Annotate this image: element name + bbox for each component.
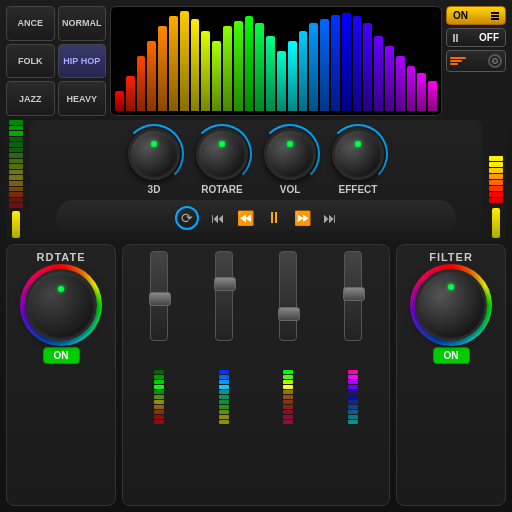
meter-segment bbox=[283, 370, 293, 374]
eq-lines-icon bbox=[450, 57, 466, 65]
level-meter-left bbox=[6, 120, 26, 240]
slider-thumb-1[interactable] bbox=[214, 277, 236, 291]
channel-meter-1 bbox=[219, 344, 229, 424]
app-container: ANCE NORMAL FOLK HIP HOP JAZZ HEAVY ON bbox=[0, 0, 512, 512]
knob-rotare[interactable] bbox=[196, 128, 248, 180]
level-segment-right bbox=[489, 156, 503, 161]
level-segment-left bbox=[9, 175, 23, 180]
meter-segment bbox=[219, 380, 229, 384]
meter-segment bbox=[283, 410, 293, 414]
slider-track-3 bbox=[344, 251, 362, 341]
meter-segment bbox=[283, 415, 293, 419]
filter-knob[interactable] bbox=[415, 269, 487, 341]
filter-title: FILTER bbox=[429, 251, 473, 263]
level-yellow-bar-right bbox=[492, 208, 500, 238]
eq-bar bbox=[407, 66, 416, 111]
eq-bar bbox=[374, 36, 383, 111]
meter-segment bbox=[154, 420, 164, 424]
eq-bar bbox=[255, 23, 264, 111]
eq-bar bbox=[396, 56, 405, 111]
meter-segment bbox=[219, 410, 229, 414]
level-segment-left bbox=[9, 164, 23, 169]
meter-segment bbox=[283, 400, 293, 404]
transport-next[interactable]: ⏩ bbox=[294, 210, 311, 226]
meter-segment bbox=[348, 395, 358, 399]
meter-segment bbox=[154, 380, 164, 384]
level-yellow-bar-left bbox=[12, 211, 20, 238]
slider-track-1 bbox=[215, 251, 233, 341]
meter-segment bbox=[154, 410, 164, 414]
level-segment-right bbox=[489, 174, 503, 179]
channel-meter-3 bbox=[348, 344, 358, 424]
transport-prev[interactable]: ⏪ bbox=[237, 210, 254, 226]
level-segment-right bbox=[489, 168, 503, 173]
meter-segment bbox=[219, 400, 229, 404]
rdtate-knob[interactable] bbox=[25, 269, 97, 341]
eq-bar bbox=[191, 19, 200, 111]
level-segment-right bbox=[489, 186, 503, 191]
meter-segment bbox=[348, 380, 358, 384]
level-segment-left bbox=[9, 187, 23, 192]
meter-segment bbox=[219, 395, 229, 399]
eq-bar bbox=[212, 41, 221, 111]
slider-thumb-3[interactable] bbox=[343, 287, 365, 301]
rdtate-on-badge[interactable]: ON bbox=[43, 347, 80, 364]
eq-bar bbox=[147, 41, 156, 111]
meter-segment bbox=[154, 390, 164, 394]
meter-segment bbox=[219, 370, 229, 374]
level-segment-right bbox=[489, 192, 503, 197]
meter-segment bbox=[154, 385, 164, 389]
eq-bar bbox=[115, 91, 124, 111]
transport-repeat[interactable]: ⟳ bbox=[175, 206, 199, 230]
on-button[interactable]: ON bbox=[446, 6, 506, 25]
transport-bar: ⟳ ⏮ ⏪ ⏸ ⏩ ⏭ bbox=[56, 200, 456, 236]
eq-bar bbox=[299, 31, 308, 111]
rdtate-title: RDTATE bbox=[37, 251, 86, 263]
channel-meter-0 bbox=[154, 344, 164, 424]
bottom-section: RDTATE ON FILTER ON bbox=[6, 244, 506, 506]
knob-vol[interactable] bbox=[264, 128, 316, 180]
meter-segment bbox=[154, 400, 164, 404]
knobs-area: 3D ROTARE VOL bbox=[30, 120, 482, 240]
genre-btn-ance[interactable]: ANCE bbox=[6, 6, 55, 41]
slider-thumb-2[interactable] bbox=[278, 307, 300, 321]
genre-btn-heavy[interactable]: HEAVY bbox=[58, 81, 107, 116]
genre-btn-folk[interactable]: FOLK bbox=[6, 44, 55, 79]
power-button[interactable] bbox=[446, 50, 506, 72]
meter-segment bbox=[154, 405, 164, 409]
knob-effect[interactable] bbox=[332, 128, 384, 180]
eq-bar bbox=[331, 15, 340, 111]
meter-segment bbox=[348, 375, 358, 379]
transport-prev-start[interactable]: ⏮ bbox=[211, 210, 225, 226]
knob-item-3d: 3D bbox=[128, 128, 180, 195]
knob-item-effect: EFFECT bbox=[332, 128, 384, 195]
pause-icon-small bbox=[453, 34, 458, 42]
slider-thumb-0[interactable] bbox=[149, 292, 171, 306]
level-segment-left bbox=[9, 159, 23, 164]
meter-segment bbox=[283, 395, 293, 399]
meter-segment bbox=[219, 385, 229, 389]
meter-segment bbox=[283, 390, 293, 394]
genre-btn-jazz[interactable]: JAZZ bbox=[6, 81, 55, 116]
transport-next-end[interactable]: ⏭ bbox=[323, 210, 337, 226]
eq-bar bbox=[234, 21, 243, 111]
genre-btn-normal[interactable]: NORMAL bbox=[58, 6, 107, 41]
eq-bar bbox=[342, 13, 351, 111]
transport-pause[interactable]: ⏸ bbox=[266, 209, 282, 227]
level-segment-left bbox=[9, 137, 23, 142]
knob-3d[interactable] bbox=[128, 128, 180, 180]
eq-bar bbox=[320, 19, 329, 111]
off-button[interactable]: OFF bbox=[446, 28, 506, 47]
rdtate-section: RDTATE ON bbox=[6, 244, 116, 506]
meter-segment bbox=[348, 410, 358, 414]
slider-track-0 bbox=[150, 251, 168, 341]
knob-label-rotare: ROTARE bbox=[201, 184, 242, 195]
eq-bar bbox=[158, 26, 167, 111]
meter-segment bbox=[154, 375, 164, 379]
genre-btn-hiphop[interactable]: HIP HOP bbox=[58, 44, 107, 79]
knob-label-effect: EFFECT bbox=[339, 184, 378, 195]
filter-on-badge[interactable]: ON bbox=[433, 347, 470, 364]
slider-track-2 bbox=[279, 251, 297, 341]
eq-bar bbox=[223, 26, 232, 111]
eq-bar bbox=[180, 11, 189, 111]
